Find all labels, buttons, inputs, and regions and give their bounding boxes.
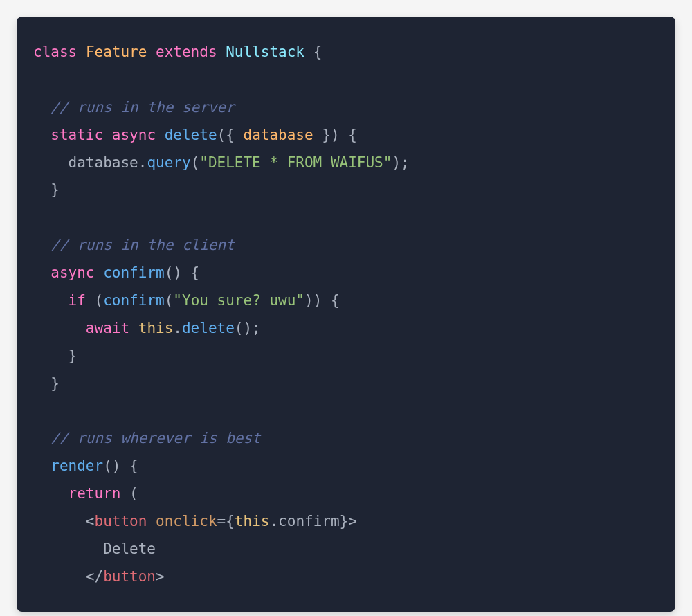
code-token: </ xyxy=(86,568,103,585)
code-token: ( xyxy=(191,154,200,171)
code-token: Delete xyxy=(33,541,156,557)
code-token: // runs in the server xyxy=(51,99,235,116)
code-token xyxy=(33,513,86,529)
code-token: static xyxy=(51,127,103,143)
code-token xyxy=(147,513,156,529)
code-token: < xyxy=(86,513,95,529)
code-token: { xyxy=(313,44,322,60)
code-token: render xyxy=(51,458,103,474)
code-token xyxy=(33,568,86,585)
code-token: // runs wherever is best xyxy=(51,430,260,446)
code-token: ( xyxy=(165,292,174,309)
code-token xyxy=(129,320,138,336)
code-token: }) { xyxy=(313,127,357,143)
code-token xyxy=(33,181,51,198)
code-token: button xyxy=(103,568,156,585)
code-token: button xyxy=(95,513,147,529)
code-token xyxy=(33,99,51,116)
code-token xyxy=(95,264,104,281)
code-block: class Feature extends Nullstack { // run… xyxy=(17,17,675,612)
code-token xyxy=(33,264,51,281)
code-token: delete xyxy=(182,320,235,336)
code-token: > xyxy=(348,513,357,529)
code-token xyxy=(33,347,69,364)
code-token: ({ xyxy=(217,127,244,143)
code-token xyxy=(103,127,112,143)
code-token: this xyxy=(138,320,174,336)
code-token xyxy=(77,44,86,60)
code-content: class Feature extends Nullstack { // run… xyxy=(33,39,659,591)
code-token xyxy=(147,44,156,60)
code-token: async xyxy=(112,127,156,143)
code-token: // runs in the client xyxy=(51,237,235,253)
code-token: this xyxy=(235,513,270,529)
code-token: Nullstack xyxy=(226,44,304,60)
code-token xyxy=(33,237,51,253)
code-token xyxy=(33,127,51,143)
code-token: database xyxy=(33,154,138,171)
code-token: Feature xyxy=(86,44,147,60)
code-token xyxy=(33,485,69,502)
code-token: "You sure? uwu" xyxy=(173,292,304,309)
code-token xyxy=(86,292,95,309)
code-token xyxy=(33,458,51,474)
code-token: ); xyxy=(392,154,409,171)
code-token: confirm xyxy=(278,513,340,529)
code-token xyxy=(33,320,86,336)
code-token xyxy=(33,292,69,309)
code-token: "DELETE * FROM WAIFUS" xyxy=(199,154,392,171)
code-token: } xyxy=(69,347,78,364)
code-token: > xyxy=(156,568,165,585)
code-token: class xyxy=(33,44,77,60)
code-token: delete xyxy=(165,127,217,143)
code-token: } xyxy=(340,513,349,529)
code-token: return xyxy=(69,485,121,502)
code-token: () { xyxy=(165,264,200,281)
code-token: () { xyxy=(103,458,138,474)
code-token: (); xyxy=(235,320,261,336)
code-token: confirm xyxy=(103,264,165,281)
code-token: } xyxy=(51,375,60,392)
code-tokens: class Feature extends Nullstack { // run… xyxy=(33,44,410,585)
code-token: database xyxy=(243,127,313,143)
code-token xyxy=(304,44,313,60)
code-token: ( xyxy=(129,485,138,502)
code-token xyxy=(33,430,51,446)
code-token: query xyxy=(147,154,190,171)
code-token xyxy=(120,485,129,502)
code-token: . xyxy=(138,154,147,171)
code-token: = xyxy=(217,513,226,529)
code-token xyxy=(33,375,51,392)
code-token: await xyxy=(86,320,129,336)
code-token: extends xyxy=(156,44,217,60)
code-token: onclick xyxy=(156,513,217,529)
code-token xyxy=(217,44,226,60)
code-token: ( xyxy=(95,292,104,309)
code-token: { xyxy=(226,513,235,529)
code-token: async xyxy=(51,264,94,281)
code-token: . xyxy=(269,513,278,529)
code-token xyxy=(156,127,165,143)
code-token: . xyxy=(173,320,182,336)
code-token: confirm xyxy=(103,292,165,309)
code-token: } xyxy=(51,181,60,198)
code-token: )) { xyxy=(304,292,340,309)
code-token: if xyxy=(69,292,86,309)
